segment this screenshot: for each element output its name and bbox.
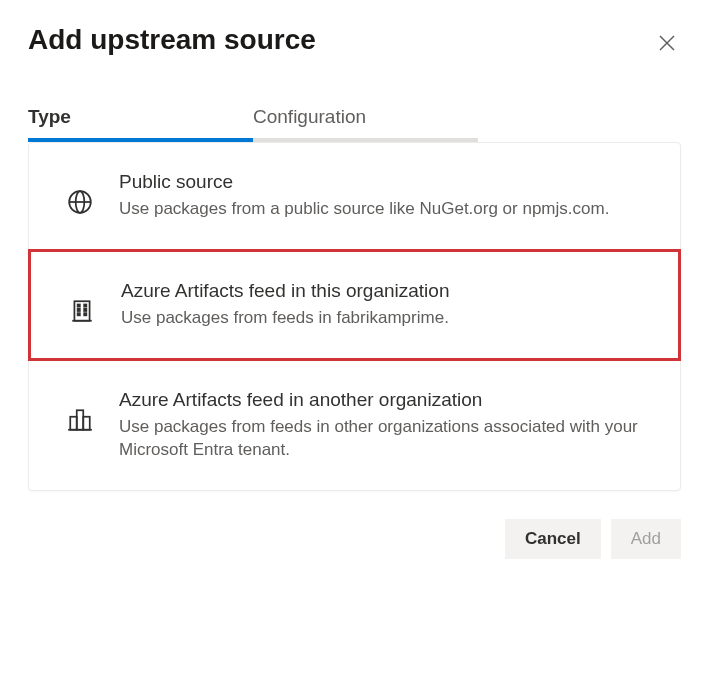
building-icon: [67, 296, 97, 326]
option-public-title: Public source: [119, 171, 644, 193]
svg-rect-10: [84, 309, 86, 311]
option-other-org-desc: Use packages from feeds in other organiz…: [119, 415, 644, 463]
close-icon: [659, 33, 675, 55]
option-public-desc: Use packages from a public source like N…: [119, 197, 644, 221]
svg-rect-8: [84, 304, 86, 306]
dialog-title: Add upstream source: [28, 24, 316, 56]
option-other-org-title: Azure Artifacts feed in another organiza…: [119, 389, 644, 411]
svg-rect-11: [78, 313, 80, 315]
tab-type[interactable]: Type: [28, 106, 253, 142]
close-button[interactable]: [653, 30, 681, 58]
options-panel: Public source Use packages from a public…: [28, 142, 681, 491]
buildings-icon: [65, 405, 95, 435]
dialog-footer: Cancel Add: [28, 519, 681, 559]
add-button[interactable]: Add: [611, 519, 681, 559]
globe-icon: [65, 187, 95, 217]
option-this-org-title: Azure Artifacts feed in this organizatio…: [121, 280, 642, 302]
svg-rect-5: [74, 301, 89, 321]
option-other-org[interactable]: Azure Artifacts feed in another organiza…: [29, 361, 680, 491]
svg-rect-12: [84, 313, 86, 315]
option-this-org-desc: Use packages from feeds in fabrikamprime…: [121, 306, 642, 330]
tab-configuration[interactable]: Configuration: [253, 106, 478, 142]
svg-rect-13: [77, 410, 84, 430]
cancel-button[interactable]: Cancel: [505, 519, 601, 559]
svg-rect-14: [70, 416, 77, 429]
option-public-source[interactable]: Public source Use packages from a public…: [29, 143, 680, 249]
svg-rect-15: [83, 416, 90, 429]
svg-rect-7: [78, 304, 80, 306]
svg-rect-9: [78, 309, 80, 311]
option-this-org[interactable]: Azure Artifacts feed in this organizatio…: [28, 249, 681, 361]
tab-bar: Type Configuration: [28, 106, 681, 142]
